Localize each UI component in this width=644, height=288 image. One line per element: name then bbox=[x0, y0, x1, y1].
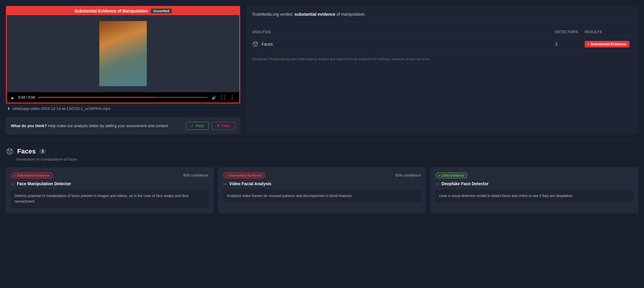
video-icon-3: ▭ bbox=[436, 182, 439, 186]
description-1: Detects potential AI manipulation of fac… bbox=[11, 190, 208, 208]
card-header-3: ● Little Evidence bbox=[436, 172, 633, 178]
detector-name-1: Face Manipulation Detector bbox=[17, 181, 71, 186]
card-deepfake: ● Little Evidence ▭ Deepfake Face Detect… bbox=[431, 167, 638, 213]
card-header-1: ● Substantial Evidence 90% confidence bbox=[11, 172, 208, 178]
col-results: RESULTS bbox=[585, 30, 632, 34]
table-header: ANALYSIS DETECTORS RESULTS bbox=[252, 28, 632, 37]
x-icon: ✕ bbox=[217, 124, 220, 128]
detector-name-2: Video Facial Analysis bbox=[229, 181, 271, 186]
badge-1: ● Substantial Evidence bbox=[11, 172, 53, 178]
card-video-facial: ● Substantial Evidence 60% confidence ▭ … bbox=[218, 167, 426, 213]
confidence-2: 60% confidence bbox=[396, 173, 421, 177]
dot-icon-3: ● bbox=[439, 174, 440, 177]
col-analysis: ANALYSIS bbox=[252, 30, 555, 34]
svg-point-4 bbox=[9, 151, 9, 151]
result-cell: ● Substantial Evidence bbox=[585, 41, 632, 47]
download-icon bbox=[7, 106, 10, 111]
video-container: Substantial Evidence of Manipulation Unv… bbox=[6, 6, 240, 103]
face-icon bbox=[252, 41, 259, 47]
filename: whatsapp-video-2024-12-14-at-134729-1_oc… bbox=[13, 106, 110, 111]
card-face-manipulation: ● Substantial Evidence 90% confidence ▭ … bbox=[6, 167, 213, 213]
result-badge: ● Substantial Evidence bbox=[585, 41, 629, 47]
faces-text: Faces bbox=[262, 42, 273, 47]
badge-2: ● Substantial Evidence bbox=[223, 172, 265, 178]
faces-section-icon bbox=[6, 148, 14, 155]
more-icon bbox=[230, 95, 235, 100]
feedback-text: What do you think? Help make our analysi… bbox=[11, 124, 169, 128]
video-header: Substantial Evidence of Manipulation Unv… bbox=[7, 7, 239, 15]
section-subtitle: Generation or manipulation of faces bbox=[16, 157, 638, 161]
video-controls: 0:04 / 0:04 bbox=[7, 92, 239, 103]
fake-button[interactable]: ✕ Fake bbox=[212, 122, 235, 130]
svg-point-3 bbox=[7, 148, 13, 154]
video-icon-2: ▭ bbox=[223, 182, 227, 186]
disclaimer-text: Disclaimer: TrueMedia.org uses both lead… bbox=[252, 57, 632, 62]
fullscreen-icon bbox=[221, 95, 225, 100]
video-panel: Substantial Evidence of Manipulation Unv… bbox=[6, 6, 240, 134]
description-2: Analyzes video frames for unusual patter… bbox=[223, 190, 421, 202]
video-thumbnail bbox=[99, 21, 147, 86]
table-row: Faces 3 ● Substantial Evidence bbox=[252, 37, 632, 52]
progress-fill bbox=[38, 97, 157, 98]
analysis-table: ANALYSIS DETECTORS RESULTS Faces 3 bbox=[252, 28, 632, 52]
detector-cards: ● Substantial Evidence 90% confidence ▭ … bbox=[6, 167, 638, 213]
analysis-panel: TrueMedia.org verdict: substantial evide… bbox=[246, 6, 638, 134]
file-info: whatsapp-video-2024-12-14-at-134729-1_oc… bbox=[6, 103, 240, 114]
bottom-section: Faces 3 Generation or manipulation of fa… bbox=[0, 140, 644, 220]
top-section: Substantial Evidence of Manipulation Unv… bbox=[0, 0, 644, 140]
volume-button[interactable] bbox=[211, 94, 217, 101]
play-button[interactable] bbox=[10, 95, 15, 100]
col-detectors: DETECTORS bbox=[555, 30, 585, 34]
confidence-1: 90% confidence bbox=[183, 173, 208, 177]
play-icon bbox=[12, 95, 14, 100]
section-count: 3 bbox=[39, 149, 46, 154]
card-header-2: ● Substantial Evidence 60% confidence bbox=[223, 172, 421, 178]
verdict-text: TrueMedia.org verdict: substantial evide… bbox=[252, 12, 632, 22]
svg-point-5 bbox=[10, 151, 11, 151]
feedback-bar: What do you think? Help make our analysi… bbox=[6, 117, 240, 134]
check-icon: ✓ bbox=[191, 124, 194, 128]
section-title: Faces bbox=[17, 148, 36, 155]
video-area[interactable] bbox=[7, 15, 239, 92]
feedback-buttons: ✓ Real ✕ Fake bbox=[186, 122, 235, 130]
description-3: Uses a visual detection model to detect … bbox=[436, 190, 633, 202]
unverified-badge: Unverified bbox=[151, 9, 172, 13]
svg-point-1 bbox=[254, 43, 255, 44]
detector-name-3: Deepfake Face Detector bbox=[441, 181, 489, 186]
real-button[interactable]: ✓ Real bbox=[186, 122, 209, 130]
svg-point-0 bbox=[253, 42, 258, 47]
dot-icon-2: ● bbox=[227, 174, 228, 177]
detector-name-row-2: ▭ Video Facial Analysis bbox=[223, 181, 421, 186]
detector-name-row-1: ▭ Face Manipulation Detector bbox=[11, 181, 208, 186]
svg-point-2 bbox=[256, 43, 256, 44]
volume-icon bbox=[212, 95, 216, 100]
dot-icon: ● bbox=[588, 43, 589, 46]
fullscreen-button[interactable] bbox=[220, 94, 226, 101]
badge-3: ● Little Evidence bbox=[436, 172, 468, 178]
control-icons bbox=[211, 94, 236, 101]
dot-icon-1: ● bbox=[14, 174, 16, 177]
video-icon-1: ▭ bbox=[11, 182, 15, 186]
video-title: Substantial Evidence of Manipulation bbox=[74, 9, 148, 13]
progress-bar[interactable] bbox=[38, 97, 208, 98]
detector-count: 3 bbox=[555, 42, 585, 47]
detector-name-row-3: ▭ Deepfake Face Detector bbox=[436, 181, 633, 186]
more-button[interactable] bbox=[229, 94, 236, 101]
section-header: Faces 3 bbox=[6, 148, 638, 155]
time-display: 0:04 / 0:04 bbox=[18, 95, 35, 100]
faces-label: Faces bbox=[252, 41, 555, 47]
